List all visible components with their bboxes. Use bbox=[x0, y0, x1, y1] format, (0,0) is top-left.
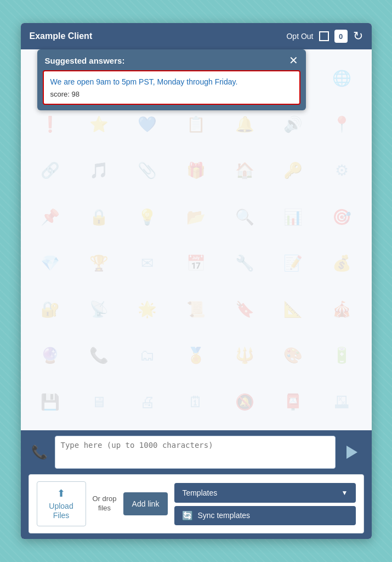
chevron-down-icon: ▼ bbox=[342, 489, 348, 497]
bottom-toolbar: 📞 ⬆ UploadFiles Or dropfiles Add link bbox=[21, 430, 372, 539]
suggested-header: Suggested answers: ✕ bbox=[37, 49, 306, 70]
add-link-button[interactable]: Add link bbox=[123, 492, 168, 515]
suggested-title: Suggested answers: bbox=[45, 56, 125, 65]
templates-section: Templates ▼ 🔄 Sync templates bbox=[174, 483, 355, 525]
chat-title: Example Client bbox=[30, 31, 93, 41]
message-input-row: 📞 bbox=[29, 436, 364, 469]
drop-files-label: Or dropfiles bbox=[93, 494, 117, 513]
action-row: ⬆ UploadFiles Or dropfiles Add link Temp… bbox=[29, 474, 364, 533]
templates-dropdown-button[interactable]: Templates ▼ bbox=[174, 483, 355, 503]
add-link-label: Add link bbox=[132, 499, 160, 508]
suggested-answer-text: We are open 9am to 5pm PST, Monday throu… bbox=[50, 77, 293, 88]
sync-templates-button[interactable]: 🔄 Sync templates bbox=[174, 506, 355, 525]
upload-label: UploadFiles bbox=[49, 502, 73, 520]
send-button[interactable] bbox=[340, 436, 364, 469]
message-input[interactable] bbox=[55, 436, 336, 469]
suggested-score: score: 98 bbox=[50, 90, 293, 98]
close-suggested-button[interactable]: ✕ bbox=[289, 55, 298, 66]
suggested-answer-item[interactable]: We are open 9am to 5pm PST, Monday throu… bbox=[43, 70, 300, 105]
refresh-button[interactable]: ↻ bbox=[353, 30, 363, 42]
main-container: Example Client Opt Out 0 ↻ Suggested ans… bbox=[21, 23, 372, 539]
header-controls: Opt Out 0 ↻ bbox=[286, 30, 362, 43]
opt-out-label: Opt Out bbox=[286, 32, 313, 41]
upload-icon: ⬆ bbox=[57, 487, 65, 499]
templates-label: Templates bbox=[182, 488, 217, 497]
message-count-badge: 0 bbox=[334, 30, 348, 43]
header: Example Client Opt Out 0 ↻ bbox=[21, 23, 372, 49]
sync-label: Sync templates bbox=[197, 511, 250, 520]
send-arrow-icon bbox=[346, 446, 357, 459]
suggested-answers-panel: Suggested answers: ✕ We are open 9am to … bbox=[37, 49, 306, 110]
opt-out-checkbox[interactable] bbox=[319, 31, 329, 41]
phone-icon-button[interactable]: 📞 bbox=[29, 436, 50, 469]
phone-icon: 📞 bbox=[31, 445, 48, 460]
sync-icon: 🔄 bbox=[182, 510, 193, 521]
upload-files-button[interactable]: ⬆ UploadFiles bbox=[37, 481, 86, 526]
